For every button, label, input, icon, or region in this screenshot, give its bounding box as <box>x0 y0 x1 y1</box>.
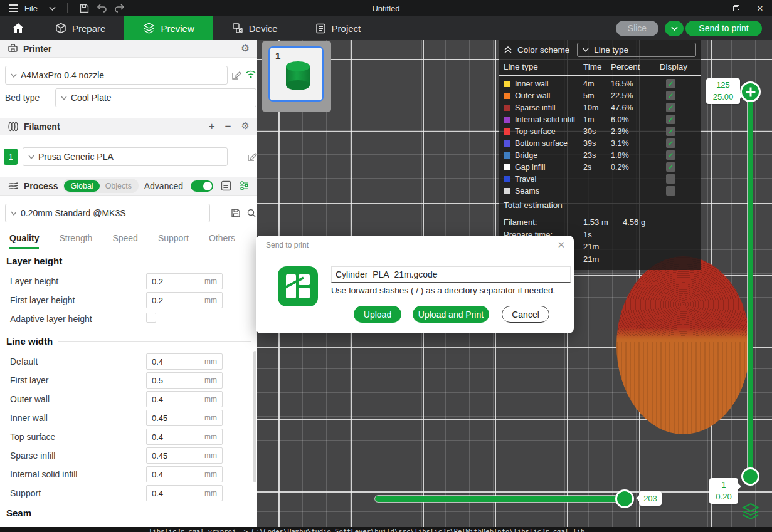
display-checkbox[interactable] <box>666 138 675 148</box>
tab-preview[interactable]: Preview <box>124 16 213 40</box>
printer-settings-gear-icon[interactable]: ⚙ <box>241 44 250 53</box>
setting-label: First layer height <box>10 295 75 305</box>
display-checkbox[interactable] <box>666 91 675 100</box>
layer-height-group-title: Layer height <box>6 256 251 266</box>
display-checkbox[interactable] <box>666 186 675 196</box>
global-objects-toggle[interactable]: Global Objects <box>63 179 139 193</box>
seam-group-title: Seam <box>6 508 251 518</box>
tab-prepare[interactable]: Prepare <box>36 16 124 40</box>
move-slider-handle[interactable] <box>615 489 634 508</box>
adaptive-layer-height-checkbox[interactable] <box>146 313 156 323</box>
setting-label: Default <box>10 357 38 367</box>
layer-slider-top-handle[interactable] <box>740 81 761 102</box>
sidebar-scrollbar[interactable] <box>253 351 256 482</box>
list-icon[interactable] <box>221 180 231 191</box>
line-width-top-surface-input[interactable]: 0.4 mm <box>146 429 223 445</box>
bed-type-select[interactable]: Cool Plate <box>55 88 256 107</box>
total-row-filament: Filament: 1.53 m 4.56 g <box>499 216 701 229</box>
printer-wifi-icon[interactable] <box>245 68 256 80</box>
filament-select[interactable]: Prusa Generic PLA <box>23 147 228 166</box>
filament-edit-icon[interactable] <box>246 151 258 162</box>
first-layer-height-input[interactable]: 0.2 mm <box>146 292 223 308</box>
collapse-icon[interactable] <box>504 45 512 54</box>
main-navbar: Prepare Preview Device Project Slice <box>0 16 772 40</box>
upload-button[interactable]: Upload <box>354 306 401 323</box>
printer-select[interactable]: A4MaxPro 0.4 nozzle <box>5 66 228 85</box>
filename-hint: Use forward slashes ( / ) as a directory… <box>331 286 555 295</box>
menu-icon[interactable] <box>9 4 18 12</box>
filename-input[interactable]: Cylinder_PLA_21m.gcode <box>331 266 571 283</box>
layer-slider-bottom-handle[interactable] <box>741 467 759 486</box>
preview-icon <box>143 23 155 34</box>
cancel-button[interactable]: Cancel <box>502 306 549 323</box>
filament-slot-badge[interactable]: 1 <box>4 149 18 165</box>
tab-quality[interactable]: Quality <box>9 233 39 249</box>
tab-strength[interactable]: Strength <box>59 233 92 249</box>
restore-button[interactable] <box>724 0 748 16</box>
tab-device[interactable]: Device <box>213 16 297 40</box>
add-filament-button[interactable]: + <box>209 121 215 132</box>
layers-view-icon[interactable] <box>741 501 761 521</box>
process-section-title: Process <box>24 181 58 191</box>
printer-edit-icon[interactable] <box>231 70 242 81</box>
send-options-chevron-button[interactable] <box>665 21 684 36</box>
dialog-close-icon[interactable]: ✕ <box>557 239 565 251</box>
prepare-icon <box>55 23 66 34</box>
global-option[interactable]: Global <box>64 180 99 192</box>
display-checkbox[interactable] <box>666 79 675 88</box>
search-icon[interactable] <box>246 207 257 219</box>
line-width-outer-wall-input[interactable]: 0.4 mm <box>146 391 223 407</box>
tab-project[interactable]: Project <box>297 16 380 40</box>
tune-icon[interactable] <box>239 180 250 191</box>
legend-row-gap-infill: Gap infill 2s 0.2% <box>499 161 701 173</box>
undo-icon[interactable] <box>97 3 108 14</box>
send-to-print-button[interactable]: Send to print <box>685 21 762 36</box>
plate-thumbnail[interactable]: 1 <box>268 46 324 102</box>
save-icon[interactable] <box>79 3 90 14</box>
line-width-first-layer-input[interactable]: 0.5 mm <box>146 372 223 389</box>
line-width-support-input[interactable]: 0.4 mm <box>146 485 223 501</box>
filament-settings-gear-icon[interactable]: ⚙ <box>241 122 250 131</box>
tab-speed[interactable]: Speed <box>112 233 137 249</box>
upload-and-print-button[interactable]: Upload and Print <box>413 306 489 323</box>
tab-support[interactable]: Support <box>158 233 189 249</box>
setting-label: Support <box>10 488 41 498</box>
line-width-default-input[interactable]: 0.4 mm <box>146 353 223 370</box>
display-checkbox[interactable] <box>666 174 675 184</box>
objects-option[interactable]: Objects <box>100 180 137 192</box>
display-checkbox[interactable] <box>666 115 675 124</box>
line-width-internal-solid-infill-input[interactable]: 0.4 mm <box>146 466 223 482</box>
process-preset-select[interactable]: 0.20mm Standard @MK3S <box>5 204 210 222</box>
file-menu[interactable]: File <box>24 4 38 13</box>
file-menu-chevron-icon[interactable] <box>49 6 56 11</box>
sliced-cylinder-object[interactable] <box>616 256 750 434</box>
minimize-button[interactable]: — <box>701 0 724 16</box>
line-width-inner-wall-input[interactable]: 0.45 mm <box>146 410 223 426</box>
plate-thumbnail-backdrop: 1 <box>262 41 331 112</box>
layer-height-input[interactable]: 0.2 mm <box>146 273 223 289</box>
home-button[interactable] <box>0 16 36 40</box>
move-slider-track[interactable] <box>375 496 626 502</box>
line-width-sparse-infill-input[interactable]: 0.45 mm <box>146 447 223 464</box>
save-preset-icon[interactable] <box>230 207 241 219</box>
view-mode-select[interactable]: Line type <box>577 43 696 57</box>
setting-label: Sparse infill <box>10 451 55 461</box>
display-checkbox[interactable] <box>666 162 675 172</box>
layer-slider-track[interactable] <box>748 94 753 476</box>
advanced-toggle[interactable] <box>191 180 213 192</box>
settings-sidebar: Printer ⚙ A4MaxPro 0.4 nozzle Bed type C… <box>0 40 257 527</box>
tab-others[interactable]: Others <box>209 233 235 249</box>
filament-section-title: Filament <box>24 122 60 132</box>
redo-icon[interactable] <box>114 3 125 14</box>
remove-filament-button[interactable]: − <box>225 121 231 132</box>
swatch <box>504 140 510 147</box>
filament-select-value: Prusa Generic PLA <box>38 152 114 162</box>
display-checkbox[interactable] <box>666 127 675 136</box>
setting-label: Top surface <box>10 432 55 442</box>
console-text: libslic3r_cgal.vcxproj -> C:\Codes\Bambu… <box>149 528 772 532</box>
display-checkbox[interactable] <box>666 150 675 160</box>
setting-label: Inner wall <box>10 413 48 423</box>
slice-button[interactable]: Slice <box>616 21 658 36</box>
display-checkbox[interactable] <box>666 103 675 112</box>
close-button[interactable]: ✕ <box>748 0 772 16</box>
